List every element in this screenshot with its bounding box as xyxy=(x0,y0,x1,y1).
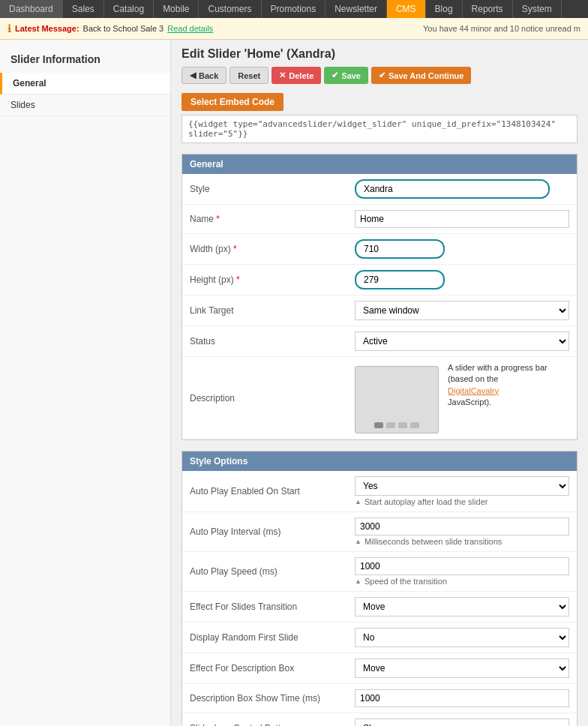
description-text: A slider with a progress bar (based on t… xyxy=(448,362,569,409)
page-title: Edit Slider 'Home' (Xandra) xyxy=(182,47,578,61)
nav-reports[interactable]: Reports xyxy=(463,0,513,18)
message-bar: ℹ Latest Message: Back to School Sale 3 … xyxy=(0,18,588,40)
description-label: Description xyxy=(182,357,347,440)
style-row: Style xyxy=(182,174,577,205)
auto-play-interval-label: Auto Play Interval (ms) xyxy=(182,512,347,552)
sidebar: Slider Information General Slides xyxy=(0,40,171,726)
dot-4 xyxy=(410,422,419,428)
main-content: Edit Slider 'Home' (Xandra) ◀ Back Reset… xyxy=(171,40,588,726)
action-bar: ◀ Back Reset ✕ Delete ✔ Save ✔ Save And … xyxy=(182,67,578,84)
info-icon: ℹ xyxy=(8,22,11,34)
auto-play-enabled-select[interactable]: YesNo xyxy=(355,476,569,496)
slider-preview xyxy=(355,366,439,434)
message-text: Back to School Sale 3 xyxy=(83,24,164,33)
auto-play-enabled-label: Auto Play Enabled On Start xyxy=(182,471,347,512)
save-continue-button[interactable]: ✔ Save And Continue xyxy=(371,67,471,84)
digital-cavalry-link[interactable]: DigitalCavalry xyxy=(448,386,499,395)
save-button[interactable]: ✔ Save xyxy=(324,67,368,84)
top-navigation: Dashboard Sales Catalog Mobile Customers… xyxy=(0,0,588,18)
random-slide-select[interactable]: NoYes xyxy=(355,628,569,647)
general-section-header: General xyxy=(182,154,577,174)
effect-slides-row: Effect For Slides Transition MoveFadeSli… xyxy=(182,592,577,622)
nav-catalog[interactable]: Catalog xyxy=(104,0,154,18)
message-label: Latest Message: xyxy=(15,24,80,33)
random-slide-row: Display Random First Slide NoYes xyxy=(182,622,577,653)
dot-3 xyxy=(398,422,407,428)
status-label: Status xyxy=(182,326,347,357)
name-label: Name * xyxy=(182,205,347,234)
effect-desc-label: Effect For Description Box xyxy=(182,653,347,684)
nav-sales[interactable]: Sales xyxy=(63,0,104,18)
read-details-link[interactable]: Read details xyxy=(167,24,213,33)
style-label: Style xyxy=(182,174,347,205)
nav-newsletter[interactable]: Newsletter xyxy=(326,0,387,18)
general-form-table: Style Name * Width (px) xyxy=(182,174,577,440)
auto-play-interval-input[interactable] xyxy=(355,518,569,536)
style-options-section: Style Options Auto Play Enabled On Start… xyxy=(182,451,578,726)
dot-2 xyxy=(386,422,395,428)
width-input[interactable] xyxy=(355,239,445,259)
nav-system[interactable]: System xyxy=(513,0,562,18)
name-row: Name * xyxy=(182,205,577,234)
back-button[interactable]: ◀ Back xyxy=(182,67,226,84)
auto-play-hint: Start autoplay after load the slider xyxy=(355,496,569,506)
nav-promotions[interactable]: Promotions xyxy=(262,0,326,18)
auto-play-interval-hint: Milliseconds between slide transitions xyxy=(355,536,569,546)
control-buttons-row: Slideshow Control Buttons ShowHide xyxy=(182,713,577,727)
auto-play-speed-label: Auto Play Speed (ms) xyxy=(182,552,347,592)
effect-slides-select[interactable]: MoveFadeSlide xyxy=(355,597,569,616)
control-buttons-select[interactable]: ShowHide xyxy=(355,718,569,726)
sidebar-item-general[interactable]: General xyxy=(0,73,170,94)
link-target-label: Link Target xyxy=(182,296,347,326)
width-row: Width (px) * xyxy=(182,234,577,265)
height-row: Height (px) * xyxy=(182,265,577,296)
notice-count: You have 44 minor and 10 notice unread m xyxy=(423,24,580,33)
sidebar-item-slides[interactable]: Slides xyxy=(0,94,170,116)
style-options-header: Style Options xyxy=(182,452,577,471)
style-options-table: Auto Play Enabled On Start YesNo Start a… xyxy=(182,471,577,726)
nav-customers[interactable]: Customers xyxy=(199,0,261,18)
slider-dots xyxy=(374,422,419,428)
height-label: Height (px) * xyxy=(182,265,347,296)
auto-play-speed-hint: Speed of the transition xyxy=(355,575,569,586)
width-label: Width (px) * xyxy=(182,234,347,265)
auto-play-enabled-row: Auto Play Enabled On Start YesNo Start a… xyxy=(182,471,577,512)
auto-play-interval-row: Auto Play Interval (ms) Milliseconds bet… xyxy=(182,512,577,552)
save-icon: ✔ xyxy=(332,70,338,80)
effect-desc-row: Effect For Description Box MoveFadeSlide xyxy=(182,653,577,684)
delete-button[interactable]: ✕ Delete xyxy=(272,67,321,84)
reset-button[interactable]: Reset xyxy=(230,67,268,84)
height-input[interactable] xyxy=(355,270,445,290)
effect-slides-label: Effect For Slides Transition xyxy=(182,592,347,622)
style-input[interactable] xyxy=(355,179,550,199)
desc-show-time-input[interactable] xyxy=(355,689,569,707)
nav-mobile[interactable]: Mobile xyxy=(154,0,199,18)
select-embed-code-button[interactable]: Select Embed Code xyxy=(182,93,284,111)
description-row: Description xyxy=(182,357,577,440)
sidebar-title: Slider Information xyxy=(0,47,170,73)
nav-blog[interactable]: Blog xyxy=(426,0,463,18)
page-layout: Slider Information General Slides Edit S… xyxy=(0,40,588,726)
desc-show-time-label: Description Box Show Time (ms) xyxy=(182,684,347,713)
nav-dashboard[interactable]: Dashboard xyxy=(0,0,63,18)
auto-play-speed-input[interactable] xyxy=(355,557,569,575)
save-continue-icon: ✔ xyxy=(379,70,386,80)
embed-section: Select Embed Code {{widget type="advance… xyxy=(182,93,578,143)
desc-show-time-row: Description Box Show Time (ms) xyxy=(182,684,577,713)
status-row: Status Active Inactive xyxy=(182,326,577,357)
link-target-select[interactable]: Same window New window Parent window xyxy=(355,301,569,320)
general-section: General Style Name * xyxy=(182,154,578,440)
embed-code-display: {{widget type="advancedslider/widget_sli… xyxy=(182,115,578,143)
back-icon: ◀ xyxy=(190,70,196,80)
control-buttons-label: Slideshow Control Buttons xyxy=(182,713,347,727)
random-slide-label: Display Random First Slide xyxy=(182,622,347,653)
delete-icon: ✕ xyxy=(279,70,286,80)
effect-desc-select[interactable]: MoveFadeSlide xyxy=(355,658,569,678)
nav-cms[interactable]: CMS xyxy=(387,0,426,18)
auto-play-speed-row: Auto Play Speed (ms) Speed of the transi… xyxy=(182,552,577,592)
link-target-row: Link Target Same window New window Paren… xyxy=(182,296,577,326)
status-select[interactable]: Active Inactive xyxy=(355,332,569,351)
name-input[interactable] xyxy=(355,210,569,228)
dot-1 xyxy=(374,422,383,428)
